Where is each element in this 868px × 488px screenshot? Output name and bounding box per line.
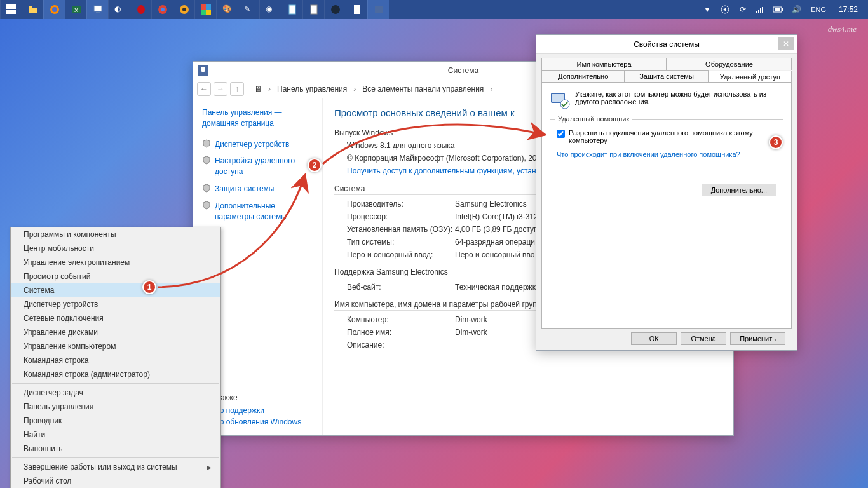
allow-remote-label: Разрешить подключения удаленного помощни… bbox=[569, 129, 776, 144]
taskbar-app-opera[interactable] bbox=[130, 0, 151, 19]
tab-advanced[interactable]: Дополнительно bbox=[541, 70, 625, 82]
svg-point-14 bbox=[182, 8, 186, 11]
advanced-button[interactable]: Дополнительно... bbox=[702, 184, 776, 196]
ctx-item[interactable]: Сетевые подключения bbox=[11, 311, 220, 325]
sidebar-link-protection[interactable]: Защита системы bbox=[202, 184, 316, 194]
ctx-item[interactable]: Управление дисками bbox=[11, 325, 220, 339]
ctx-separator bbox=[12, 383, 219, 384]
doc-icon bbox=[309, 4, 319, 15]
taskbar-app-5[interactable]: ◐ bbox=[108, 0, 130, 19]
up-button[interactable]: ↑ bbox=[230, 82, 244, 96]
tab-remote[interactable]: Удаленный доступ bbox=[709, 71, 792, 83]
tray-wifi-icon[interactable] bbox=[754, 0, 768, 19]
ctx-item[interactable]: Панель управления bbox=[11, 400, 220, 414]
apply-button[interactable]: Применить bbox=[730, 332, 785, 345]
remote-help-link[interactable]: Что происходит при включении удаленного … bbox=[557, 151, 776, 158]
shield-icon bbox=[202, 139, 211, 148]
taskbar-app-firefox[interactable] bbox=[43, 0, 65, 19]
ctx-separator bbox=[12, 458, 219, 458]
svg-rect-22 bbox=[354, 5, 360, 14]
system-window-icon: ⛊ bbox=[198, 65, 208, 76]
ctx-item[interactable]: Рабочий стол bbox=[11, 474, 220, 488]
taskbar-app-chrome[interactable] bbox=[151, 0, 173, 19]
tray-language[interactable]: ENG bbox=[807, 0, 830, 19]
taskbar-app-computer[interactable] bbox=[86, 0, 108, 19]
shield-icon bbox=[202, 201, 211, 210]
svg-rect-26 bbox=[758, 10, 759, 13]
tab-computer-name[interactable]: Имя компьютера bbox=[541, 58, 667, 70]
taskbar-app-11[interactable]: ✎ bbox=[238, 0, 259, 19]
tray-battery-icon[interactable] bbox=[771, 0, 785, 19]
ctx-item[interactable]: Управление электропитанием bbox=[11, 255, 220, 269]
taskbar-app-16[interactable] bbox=[346, 0, 367, 19]
cancel-button[interactable]: Отмена bbox=[681, 332, 726, 345]
ctx-item[interactable]: Центр мобильности bbox=[11, 241, 220, 255]
tabs-row-1: Имя компьютера Оборудование bbox=[541, 58, 792, 70]
circle-icon: ◐ bbox=[114, 4, 125, 15]
svg-point-5 bbox=[52, 7, 57, 12]
taskbar-app-explorer[interactable] bbox=[22, 0, 43, 19]
tray-sync-icon[interactable]: ⟳ bbox=[736, 0, 750, 19]
allow-remote-checkbox[interactable] bbox=[557, 130, 565, 138]
dialog-titlebar[interactable]: Свойства системы ✕ bbox=[536, 35, 797, 54]
ctx-item[interactable]: Выполнить bbox=[11, 442, 220, 456]
start-button[interactable] bbox=[0, 0, 22, 19]
ctx-item[interactable]: Диспетчер задач bbox=[11, 386, 220, 400]
sidebar-link-device-manager[interactable]: Диспетчер устройств bbox=[202, 139, 316, 150]
sidebar-home-link[interactable]: Панель управления — домашняя страница bbox=[202, 107, 316, 129]
settings-icon bbox=[374, 4, 384, 15]
svg-rect-17 bbox=[201, 10, 206, 15]
system-window-title: Система bbox=[448, 66, 478, 75]
taskbar-app-excel[interactable]: X bbox=[65, 0, 86, 19]
svg-rect-15 bbox=[201, 4, 206, 10]
svg-point-12 bbox=[161, 8, 165, 11]
winx-context-menu: Программы и компоненты Центр мобильности… bbox=[10, 227, 221, 488]
taskbar-app-steam[interactable] bbox=[324, 0, 346, 19]
ok-button[interactable]: ОК bbox=[631, 332, 677, 345]
tray-dropdown-icon[interactable]: ▾ bbox=[700, 0, 714, 19]
close-button[interactable]: ✕ bbox=[778, 37, 794, 50]
taskbar-app-gimp[interactable]: ◉ bbox=[259, 0, 281, 19]
taskbar-app-14[interactable] bbox=[302, 0, 324, 19]
tray-clock[interactable]: 17:52 bbox=[834, 0, 863, 19]
taskbar-app-10[interactable]: 🎨 bbox=[216, 0, 238, 19]
annotation-badge-2: 2 bbox=[308, 158, 322, 172]
breadcrumb[interactable]: 🖥 › Панель управления › Все элементы пан… bbox=[252, 83, 495, 95]
back-button[interactable]: ← bbox=[197, 82, 211, 96]
monitor-icon bbox=[93, 4, 103, 15]
dialog-buttons: ОК Отмена Применить bbox=[541, 329, 792, 349]
ctx-item-system[interactable]: Система bbox=[11, 283, 220, 297]
gimp-icon: ◉ bbox=[266, 4, 276, 15]
taskbar-app-aimp[interactable] bbox=[173, 0, 194, 19]
taskbar-app-9[interactable] bbox=[194, 0, 216, 19]
taskbar-app-settings[interactable] bbox=[367, 0, 389, 19]
ctx-item[interactable]: Найти bbox=[11, 428, 220, 442]
tab-protection[interactable]: Защита системы bbox=[625, 70, 708, 82]
windows-icon bbox=[6, 4, 17, 15]
breadcrumb-0[interactable]: Панель управления bbox=[275, 83, 349, 95]
dialog-title: Свойства системы bbox=[634, 40, 700, 49]
tray-av-icon[interactable] bbox=[718, 0, 732, 19]
opera-icon bbox=[136, 4, 146, 15]
forward-button[interactable]: → bbox=[214, 82, 227, 96]
ctx-item[interactable]: Диспетчер устройств bbox=[11, 297, 220, 311]
taskbar-app-notepad[interactable] bbox=[281, 0, 302, 19]
ctx-item[interactable]: Программы и компоненты bbox=[11, 227, 220, 241]
ctx-item[interactable]: Просмотр событий bbox=[11, 269, 220, 283]
ctx-item[interactable]: Командная строка bbox=[11, 353, 220, 367]
ctx-item[interactable]: Проводник bbox=[11, 414, 220, 428]
svg-rect-27 bbox=[760, 8, 761, 13]
tab-hardware[interactable]: Оборудование bbox=[667, 58, 792, 70]
ctx-item[interactable]: Управление компьютером bbox=[11, 339, 220, 353]
svg-rect-19 bbox=[289, 5, 295, 14]
sidebar-link-remote[interactable]: Настройка удаленного доступа bbox=[202, 156, 316, 177]
ctx-item-shutdown[interactable]: Завершение работы или выход из системы▶ bbox=[11, 460, 220, 474]
ctx-item[interactable]: Командная строка (администратор) bbox=[11, 367, 220, 381]
svg-rect-0 bbox=[6, 4, 11, 9]
tray-sound-icon[interactable]: 🔊 bbox=[789, 0, 803, 19]
annotation-badge-3: 3 bbox=[769, 135, 783, 149]
svg-rect-2 bbox=[6, 10, 11, 14]
sidebar-link-advanced[interactable]: Дополнительные параметры системы bbox=[202, 201, 316, 222]
breadcrumb-1[interactable]: Все элементы панели управления bbox=[360, 83, 486, 95]
pencil-icon: ✎ bbox=[244, 4, 254, 15]
